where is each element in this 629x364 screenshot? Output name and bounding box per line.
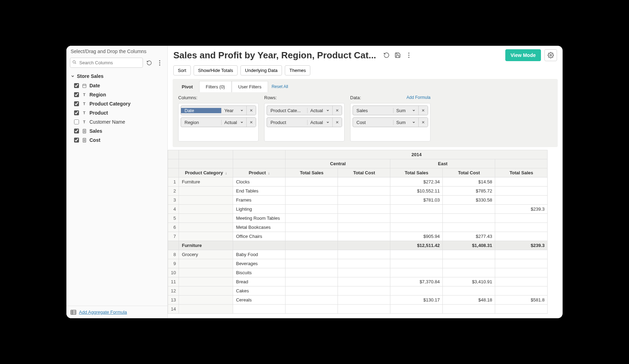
remove-pill-icon[interactable] — [418, 106, 428, 115]
category-cell — [179, 296, 233, 305]
tree-item[interactable]: TProduct Category — [70, 99, 164, 108]
tree-item[interactable]: TCustomer Name — [70, 117, 164, 126]
value-cell — [285, 196, 338, 205]
category-cell — [179, 286, 233, 296]
remove-pill-icon[interactable] — [246, 118, 256, 127]
value-cell — [390, 268, 443, 277]
metric-header[interactable]: Total Cost — [338, 168, 390, 177]
column-checkbox[interactable] — [74, 138, 79, 143]
pill-label: Date — [181, 108, 221, 113]
settings-button[interactable] — [544, 49, 557, 61]
svg-point-2 — [159, 60, 160, 61]
columns-label: Columns: — [178, 95, 197, 100]
pill-option-select[interactable]: Year — [221, 108, 246, 113]
column-checkbox[interactable] — [74, 110, 79, 115]
remove-pill-icon[interactable] — [332, 106, 342, 115]
sidebar-header: Select/Drag and Drop the Columns — [66, 46, 167, 56]
save-icon[interactable] — [393, 51, 402, 59]
column-label: Date — [89, 83, 100, 88]
pill-option-select[interactable]: Actual — [221, 120, 246, 125]
tree-group[interactable]: Store Sales — [70, 71, 164, 81]
show-hide-totals-button[interactable]: Show/Hide Totals — [194, 65, 238, 75]
column-checkbox[interactable] — [74, 129, 79, 133]
chevron-down-icon — [326, 109, 330, 112]
value-cell: $3,410.91 — [443, 277, 495, 286]
reset-all-link[interactable]: Reset All — [272, 84, 288, 89]
value-cell — [443, 223, 495, 232]
type-icon: T — [82, 120, 87, 124]
subtotal-value — [285, 241, 338, 250]
tree-item[interactable]: Cost — [70, 136, 164, 145]
remove-pill-icon[interactable] — [418, 118, 428, 127]
metric-header[interactable]: Total Cost — [443, 168, 495, 177]
view-mode-button[interactable]: View Mode — [505, 49, 541, 61]
value-cell — [285, 277, 338, 286]
add-formula-link[interactable]: Add Formula — [406, 95, 431, 100]
tree-item[interactable]: Date — [70, 81, 164, 90]
pill-option-select[interactable]: Sum — [393, 120, 418, 125]
underlying-data-button[interactable]: Underlying Data — [240, 65, 282, 75]
value-cell — [285, 259, 338, 268]
field-pill[interactable]: ProductActual — [267, 117, 342, 127]
value-cell: $48.18 — [443, 296, 495, 305]
refresh-icon[interactable] — [382, 51, 391, 59]
type-icon: T — [82, 93, 87, 97]
pill-label: Cost — [353, 120, 393, 125]
tab-user-filters[interactable]: User Filters — [232, 81, 268, 92]
col-header[interactable]: Product↓ — [233, 168, 285, 177]
field-pill[interactable]: CostSum — [353, 117, 428, 127]
remove-pill-icon[interactable] — [332, 118, 342, 127]
category-cell — [179, 214, 233, 223]
tree-item[interactable]: TRegion — [70, 90, 164, 99]
tree-item[interactable]: TProduct — [70, 108, 164, 117]
remove-pill-icon[interactable] — [246, 106, 256, 115]
columns-drop-zone[interactable]: DateYearRegionActual — [178, 103, 259, 141]
column-checkbox[interactable] — [74, 101, 79, 106]
column-checkbox[interactable] — [74, 119, 79, 124]
sort-button[interactable]: Sort — [173, 65, 191, 75]
svg-line-1 — [75, 63, 76, 64]
field-pill[interactable]: SalesSum — [353, 105, 428, 115]
value-cell — [338, 177, 390, 187]
pill-option-select[interactable]: Sum — [393, 108, 418, 113]
metric-header[interactable]: Total Sales — [285, 168, 338, 177]
search-input[interactable] — [70, 58, 143, 68]
tab-filters[interactable]: Filters (0) — [199, 81, 232, 92]
more-icon[interactable] — [405, 51, 413, 59]
field-pill[interactable]: RegionActual — [181, 117, 256, 127]
table-row: 14 — [168, 305, 548, 314]
table-row: 11Bread$7,370.84$3,410.91 — [168, 277, 548, 286]
sort-icon: ↓ — [225, 171, 227, 175]
metric-header[interactable]: Total Sales — [390, 168, 443, 177]
metric-header[interactable]: Total Sales — [495, 168, 548, 177]
column-checkbox[interactable] — [74, 92, 79, 97]
pill-label: Product — [267, 120, 307, 125]
add-aggregate-formula-link[interactable]: Add Aggregate Formula — [79, 310, 127, 315]
themes-button[interactable]: Themes — [285, 65, 310, 75]
value-cell — [495, 223, 548, 232]
tree-item[interactable]: Sales — [70, 126, 164, 136]
pivot-table-wrap[interactable]: 2014CentralEastProduct Category↓Product↓… — [168, 150, 563, 318]
tab-pivot[interactable]: Pivot — [175, 81, 199, 92]
pill-option-select[interactable]: Actual — [307, 108, 332, 113]
value-cell — [338, 250, 390, 259]
more-icon[interactable] — [156, 59, 164, 67]
table-row: 9Beverages — [168, 259, 548, 268]
value-cell — [443, 305, 495, 314]
value-cell — [390, 305, 443, 314]
pill-option-select[interactable]: Actual — [307, 120, 332, 125]
category-cell — [179, 259, 233, 268]
refresh-icon[interactable] — [145, 59, 153, 67]
value-cell — [390, 259, 443, 268]
column-tree: Store Sales DateTRegionTProduct Category… — [66, 71, 167, 306]
rows-drop-zone[interactable]: Product Cate...ActualProductActual — [264, 103, 345, 141]
value-cell: $581.8 — [495, 296, 548, 305]
data-drop-zone[interactable]: SalesSumCostSum — [350, 103, 431, 141]
field-pill[interactable]: Product Cate...Actual — [267, 105, 342, 115]
value-cell — [285, 268, 338, 277]
column-checkbox[interactable] — [74, 83, 79, 88]
value-cell — [338, 277, 390, 286]
subtotal-label: Furniture — [179, 241, 233, 250]
field-pill[interactable]: DateYear — [181, 105, 256, 115]
col-header[interactable]: Product Category↓ — [179, 168, 233, 177]
